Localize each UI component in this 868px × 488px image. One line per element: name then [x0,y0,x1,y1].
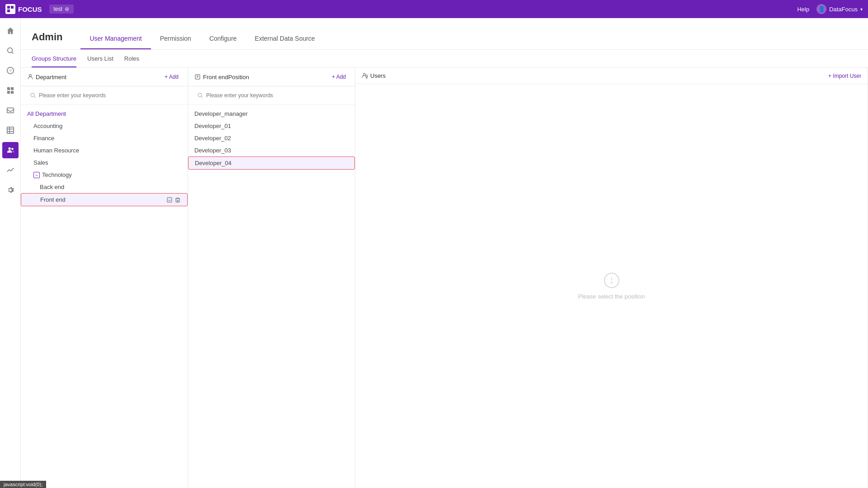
tree-item-back-end[interactable]: Back end [21,181,188,193]
svg-point-17 [11,148,14,150]
dev-02-label: Developer_02 [194,135,231,142]
svg-rect-8 [10,87,13,90]
tree-item-front-end[interactable]: Front end [21,193,188,206]
department-title: Department [27,74,158,81]
front-end-label: Front end [40,196,66,203]
svg-point-16 [8,147,10,150]
svg-line-27 [202,97,203,98]
empty-state-icon [604,272,620,289]
finance-label: Finance [33,135,54,142]
users-empty-state: Please select the position [355,84,868,488]
technology-collapse-icon[interactable]: − [33,172,40,178]
department-tree: All Department Accounting Finance [21,105,188,488]
status-bar: javascript:void(0); [0,481,46,488]
pos-item-developer-04[interactable]: Developer_04 [188,156,355,170]
front-end-delete-icon[interactable] [175,197,181,203]
users-title: Users [362,72,825,79]
department-search-input[interactable] [27,90,181,101]
svg-point-31 [366,75,368,77]
accounting-label: Accounting [33,123,62,129]
position-panel: Front endPosition + Add Developer_manage… [188,68,355,488]
tree-item-all-dept[interactable]: All Department [21,108,188,120]
department-add-button[interactable]: + Add [162,72,181,81]
position-search-icon [197,92,203,99]
nav-tabs: User Management Permission Configure Ext… [80,35,324,49]
panels: Department + Add All Department [21,68,868,488]
help-link[interactable]: Help [797,6,809,13]
status-text: javascript:void(0); [4,482,42,487]
tree-item-finance[interactable]: Finance [21,132,188,144]
subtab-users-list[interactable]: Users List [87,55,113,67]
subtab-roles[interactable]: Roles [124,55,139,67]
tree-item-accounting[interactable]: Accounting [21,120,188,132]
dev-manager-label: Developer_manager [194,110,248,117]
pos-item-developer-03[interactable]: Developer_03 [188,144,355,156]
dev-03-label: Developer_03 [194,147,231,154]
sales-label: Sales [33,159,48,166]
tree-item-sales[interactable]: Sales [21,156,188,169]
sidebar-item-settings[interactable] [2,182,19,198]
tab-external-data-source[interactable]: External Data Source [246,35,324,49]
sub-tabs: Groups Structure Users List Roles [21,50,868,68]
tab-configure[interactable]: Configure [200,35,246,49]
svg-rect-7 [7,87,9,90]
content-area: Admin User Management Permission Configu… [21,18,868,488]
department-panel-header: Department + Add [21,68,188,86]
import-user-button[interactable]: + Import User [828,73,861,79]
user-chevron-icon: ▾ [860,7,863,12]
svg-line-4 [12,52,13,53]
pos-item-developer-manager[interactable]: Developer_manager [188,108,355,120]
pos-item-developer-02[interactable]: Developer_02 [188,132,355,144]
user-avatar-icon: 👤 [816,4,826,14]
sidebar-item-search[interactable] [2,43,19,59]
user-label: DataFocus [829,6,858,13]
dev-01-label: Developer_01 [194,123,231,129]
tab-permission[interactable]: Permission [151,35,200,49]
sidebar-item-dashboard[interactable] [2,82,19,99]
position-search [188,86,355,105]
sidebar-item-table[interactable] [2,122,19,138]
svg-rect-2 [7,9,10,12]
position-search-input[interactable] [194,90,349,101]
logo-icon [5,4,15,14]
sidebar-item-analytics[interactable] [2,162,19,178]
svg-rect-10 [10,91,13,94]
tree-item-human-resource[interactable]: Human Resource [21,144,188,156]
svg-point-19 [31,93,34,97]
sidebar-item-help[interactable]: ? [2,62,19,79]
department-search [21,86,188,105]
sidebar-item-users[interactable] [2,142,19,158]
svg-point-34 [611,282,612,283]
dev-04-label: Developer_04 [195,160,231,166]
svg-line-20 [34,97,36,98]
page-title: Admin [32,31,62,49]
front-end-edit-icon[interactable] [166,197,173,203]
users-panel: Users + Import User Please select the po… [355,68,868,488]
svg-rect-12 [7,127,13,133]
front-end-actions [166,197,181,203]
topbar: FOCUS test ⊕ Help 👤 DataFocus ▾ [0,0,868,18]
subtab-groups-structure[interactable]: Groups Structure [32,55,76,67]
tab-user-management[interactable]: User Management [80,35,151,49]
department-search-icon [30,92,36,99]
logo[interactable]: FOCUS [5,4,42,14]
back-end-label: Back end [40,184,64,190]
tree-item-technology[interactable]: − Technology [21,169,188,181]
sidebar-item-inbox[interactable] [2,102,19,118]
position-panel-header: Front endPosition + Add [188,68,355,86]
user-menu[interactable]: 👤 DataFocus ▾ [816,4,863,14]
topbar-tab[interactable]: test ⊕ [49,5,74,14]
header-nav: Admin User Management Permission Configu… [21,18,868,50]
sidebar-item-home[interactable] [2,23,19,39]
position-list: Developer_manager Developer_01 Developer… [188,105,355,488]
tab-add-icon[interactable]: ⊕ [65,6,69,12]
technology-label: − Technology [33,171,72,178]
svg-point-26 [198,93,202,97]
empty-state-text: Please select the position [578,293,645,300]
pos-item-developer-01[interactable]: Developer_01 [188,120,355,132]
position-add-button[interactable]: + Add [329,72,349,81]
topbar-right: Help 👤 DataFocus ▾ [797,4,863,14]
svg-text:?: ? [9,68,12,73]
svg-rect-22 [176,199,179,202]
department-panel: Department + Add All Department [21,68,188,488]
